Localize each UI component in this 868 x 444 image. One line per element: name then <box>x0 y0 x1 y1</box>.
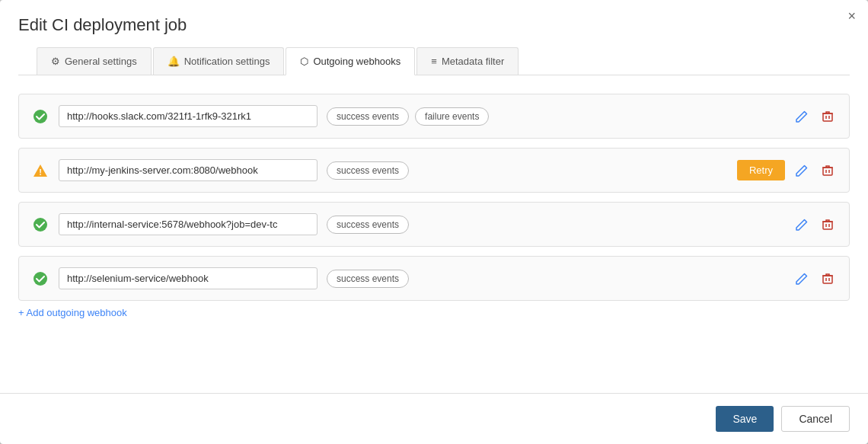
cancel-button[interactable]: Cancel <box>781 406 850 432</box>
svg-rect-7 <box>823 168 832 175</box>
status-success-icon <box>31 216 49 234</box>
tag-success-events: success events <box>327 107 409 126</box>
bell-icon: 🔔 <box>168 56 180 67</box>
webhook-row: http://selenium-service/webhook success … <box>18 256 850 301</box>
status-success-icon <box>31 107 49 126</box>
webhook-row: http://internal-service:5678/webhook?job… <box>18 202 850 247</box>
webhook-tags-2: success events <box>327 161 728 180</box>
svg-rect-1 <box>823 113 832 121</box>
tab-general[interactable]: ⚙ General settings <box>37 47 152 75</box>
edit-webhook-4-button[interactable] <box>793 270 811 288</box>
tab-webhooks[interactable]: ⬡ Outgoing webhooks <box>286 47 415 75</box>
webhook-url-4: http://selenium-service/webhook <box>59 267 318 289</box>
delete-webhook-4-button[interactable] <box>819 270 837 288</box>
modal-footer: Save Cancel <box>0 393 868 444</box>
tag-success-events: success events <box>327 161 409 180</box>
svg-rect-12 <box>823 222 832 229</box>
edit-webhook-2-button[interactable] <box>793 161 811 180</box>
svg-point-11 <box>34 218 47 232</box>
tab-bar: ⚙ General settings 🔔 Notification settin… <box>18 47 850 75</box>
svg-text:!: ! <box>39 168 42 177</box>
edit-webhook-1-button[interactable] <box>793 107 811 126</box>
webhook-actions-3 <box>793 216 837 234</box>
webhook-row: ! http://my-jenkins-server.com:8080/webh… <box>18 148 850 193</box>
webhook-row: http://hooks.slack.com/321f1-1rfk9-321rk… <box>18 94 850 139</box>
webhook-actions-1 <box>793 107 837 126</box>
modal-container: Edit CI deployment job × ⚙ General setti… <box>0 0 868 444</box>
webhook-tags-3: success events <box>327 216 783 234</box>
status-success-icon <box>31 270 49 288</box>
add-webhook-link[interactable]: + Add outgoing webhook <box>18 307 127 318</box>
tag-success-events: success events <box>327 270 409 288</box>
delete-webhook-3-button[interactable] <box>819 216 837 234</box>
tab-metadata[interactable]: ≡ Metadata filter <box>416 47 519 75</box>
webhook-tags-1: success events failure events <box>327 107 783 126</box>
edit-webhook-3-button[interactable] <box>793 216 811 234</box>
webhook-icon: ⬡ <box>300 56 308 67</box>
webhook-url-3: http://internal-service:5678/webhook?job… <box>59 213 318 235</box>
modal-title: Edit CI deployment job <box>18 15 850 35</box>
webhook-tags-4: success events <box>327 270 783 288</box>
modal-header: Edit CI deployment job × ⚙ General setti… <box>0 0 868 75</box>
list-icon: ≡ <box>431 56 437 67</box>
delete-webhook-2-button[interactable] <box>819 161 837 180</box>
webhook-actions-4 <box>793 270 837 288</box>
tab-notification[interactable]: 🔔 Notification settings <box>153 47 285 75</box>
tag-success-events: success events <box>327 216 409 234</box>
save-button[interactable]: Save <box>716 406 774 432</box>
retry-webhook-2-button[interactable]: Retry <box>737 160 785 180</box>
delete-webhook-1-button[interactable] <box>819 107 837 126</box>
webhook-actions-2: Retry <box>737 160 837 180</box>
gear-icon: ⚙ <box>51 56 60 67</box>
webhook-list: http://hooks.slack.com/321f1-1rfk9-321rk… <box>18 94 850 301</box>
tag-failure-events: failure events <box>415 107 489 126</box>
close-button[interactable]: × <box>847 9 856 23</box>
webhook-url-2: http://my-jenkins-server.com:8080/webhoo… <box>59 159 318 181</box>
modal-body: http://hooks.slack.com/321f1-1rfk9-321rk… <box>0 75 868 393</box>
svg-rect-17 <box>823 276 832 283</box>
status-warning-icon: ! <box>31 161 49 180</box>
webhook-url-1: http://hooks.slack.com/321f1-1rfk9-321rk… <box>59 105 318 127</box>
svg-point-0 <box>34 110 47 123</box>
svg-point-16 <box>34 272 47 286</box>
